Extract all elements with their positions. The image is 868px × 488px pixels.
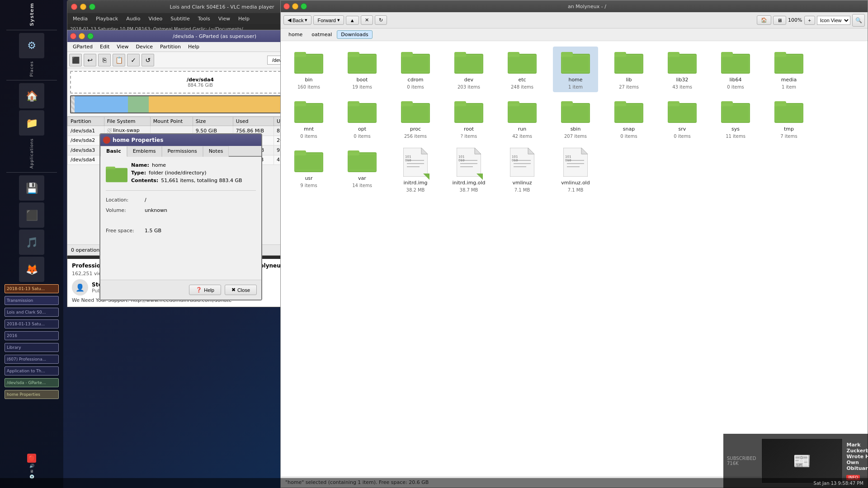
taskbar-entry-2018[interactable]: 2018-01-13 Satu... (5, 319, 59, 328)
taskbar-icon-terminal[interactable]: ⬛ (19, 202, 44, 228)
taskbar-icon-settings[interactable]: ⚙ (19, 33, 44, 58)
gparted-tool-new[interactable]: ⬛ (69, 54, 82, 66)
gparted-min-btn[interactable] (79, 33, 85, 39)
fm-item-media[interactable]: media 1 item (766, 47, 811, 92)
vlc-menu-tools[interactable]: Tools (194, 15, 214, 23)
fm-icon-grid: bin 160 items boot 19 items (286, 47, 862, 195)
fm-home-icon-btn[interactable]: 🏠 (757, 15, 771, 25)
taskbar-entry-gparted[interactable]: /dev/sda - GParte... (5, 378, 59, 387)
gparted-menu-help[interactable]: Help (184, 43, 203, 51)
fm-item-snap[interactable]: snap 0 items (606, 96, 651, 141)
fm-item-cdrom[interactable]: cdrom 0 items (393, 47, 438, 92)
gparted-menu-gparted[interactable]: GParted (69, 43, 96, 51)
fm-bread-home[interactable]: home (284, 30, 307, 39)
fm-item-var[interactable]: var 14 items (340, 145, 385, 195)
fm-item-initrd.img.old[interactable]: 101 010 initrd.img.old 38.7 MB (446, 145, 491, 195)
taskbar-entry-application[interactable]: Application to Th... (5, 366, 59, 375)
fm-view-select[interactable]: Icon View (817, 16, 850, 25)
taskbar-entry-lois[interactable]: Lois and Clark S0... (5, 308, 59, 317)
fm-item-etc[interactable]: etc 248 items (500, 47, 545, 92)
fm-min-btn[interactable] (292, 3, 298, 9)
fm-item-lib64[interactable]: lib64 0 items (713, 47, 758, 92)
vlc-close-btn[interactable] (71, 4, 77, 10)
taskbar-entry-transmission[interactable]: Transmission (5, 296, 59, 305)
fm-close-btn[interactable] (283, 3, 290, 9)
props-help-btn[interactable]: ❓ Help (189, 285, 221, 295)
gparted-menu-device[interactable]: Device (132, 43, 156, 51)
taskbar-icon-vlc[interactable]: 🎵 (19, 230, 44, 255)
fm-zoom-in-btn[interactable]: + (804, 16, 815, 25)
props-tab-permissions[interactable]: Permissions (162, 146, 203, 157)
fm-item-proc[interactable]: proc 256 items (393, 96, 438, 141)
taskbar-icon-firefox[interactable]: 🦊 (19, 257, 44, 282)
taskbar-icon-home[interactable]: 🏠 (19, 83, 44, 108)
taskbar-entry-607[interactable]: (607) Professiona... (5, 355, 59, 364)
gparted-menu-edit[interactable]: Edit (96, 43, 113, 51)
taskbar-entry-library[interactable]: Library (5, 343, 59, 352)
notify-thumbnail[interactable]: 📰 (761, 438, 843, 483)
gparted-tool-apply[interactable]: ✓ (127, 54, 140, 66)
item-name: vmlinuz (512, 180, 532, 186)
fm-item-srv[interactable]: srv 0 items (660, 96, 705, 141)
gparted-close-btn[interactable] (70, 33, 76, 39)
fm-max-btn[interactable] (301, 3, 307, 9)
fm-item-home[interactable]: home 1 item (553, 47, 598, 92)
fm-item-dev[interactable]: dev 203 items (446, 47, 491, 92)
vlc-menu-audio[interactable]: Audio (123, 15, 144, 23)
fm-reload-btn[interactable]: ↻ (375, 15, 387, 25)
gparted-tool-revert[interactable]: ↺ (142, 54, 154, 66)
taskbar-entry-homeprops[interactable]: home Properties (5, 390, 59, 399)
fm-item-vmlinuz[interactable]: 101 010 vmlinuz 7.1 MB (500, 145, 545, 195)
vlc-menu-video[interactable]: Video (145, 15, 166, 23)
fm-item-opt[interactable]: opt 0 items (340, 96, 385, 141)
taskbar-entry-2016[interactable]: 2016 (5, 331, 59, 340)
gparted-tool-paste[interactable]: 📋 (113, 54, 125, 66)
vlc-max-btn[interactable] (89, 4, 95, 10)
fm-computer-btn[interactable]: 🖥 (773, 16, 786, 25)
fm-item-mnt[interactable]: mnt 0 items (286, 96, 331, 141)
props-tab-emblems[interactable]: Emblems (127, 146, 162, 157)
fm-item-bin[interactable]: bin 160 items (286, 47, 331, 92)
fm-item-vmlinuz.old[interactable]: 101 010 vmlinuz.old 7.1 MB (553, 145, 598, 195)
props-close-btn[interactable]: ✖ Close (225, 285, 257, 295)
fm-bread-downloads[interactable]: Downloads (337, 30, 372, 39)
props-tab-basic[interactable]: Basic (100, 146, 127, 157)
fm-item-boot[interactable]: boot 19 items (340, 47, 385, 92)
fm-back-btn[interactable]: ◀ Back ▾ (283, 15, 311, 25)
vlc-min-btn[interactable] (80, 4, 86, 10)
vlc-menu-subtitle[interactable]: Subtitle (167, 15, 193, 23)
fm-item-lib[interactable]: lib 27 items (606, 47, 651, 92)
props-name-label: Name: (131, 162, 149, 168)
props-freespace-label: Free space: (106, 228, 142, 234)
gparted-menu-partition[interactable]: Partition (156, 43, 184, 51)
fm-item-usr[interactable]: usr 9 items (286, 145, 331, 195)
taskbar-icon-gparted[interactable]: 💾 (19, 175, 44, 201)
gparted-tool-copy[interactable]: ⎘ (98, 54, 111, 66)
gparted-seg-swap (71, 96, 75, 113)
props-tab-notes[interactable]: Notes (203, 146, 229, 157)
taskbar-entry-vlc[interactable]: 2018-01-13 Satu... (5, 284, 59, 293)
gparted-max-btn[interactable] (87, 33, 94, 39)
fm-item-run[interactable]: run 42 items (500, 96, 545, 141)
fm-search-btn[interactable]: 🔍 (852, 14, 865, 27)
props-close-circle[interactable] (103, 136, 110, 144)
fm-item-root[interactable]: root ? items (446, 96, 491, 141)
vlc-menu-playback[interactable]: Playback (92, 15, 122, 23)
taskbar-icon-file[interactable]: 📁 (19, 110, 44, 136)
fm-item-lib32[interactable]: lib32 43 items (660, 47, 705, 92)
fm-up-btn[interactable]: ▲ (346, 16, 359, 25)
fm-item-initrd.img[interactable]: 101 010 initrd.img 38.2 MB (393, 145, 438, 195)
fm-forward-btn[interactable]: Forward ▾ (313, 15, 344, 25)
fm-item-sbin[interactable]: sbin 207 items (553, 96, 598, 141)
gparted-tool-undo[interactable]: ↩ (84, 54, 96, 66)
item-count: 27 items (619, 84, 639, 89)
fm-item-sys[interactable]: sys 11 items (713, 96, 758, 141)
vlc-menu-media[interactable]: Media (69, 15, 91, 23)
fm-item-tmp[interactable]: tmp 7 items (766, 96, 811, 141)
fm-bread-oatmeal[interactable]: oatmeal (307, 30, 336, 39)
fm-stop-btn[interactable]: ✕ (361, 15, 373, 25)
vlc-menu-help[interactable]: Help (235, 15, 253, 23)
tray-icon-red[interactable]: 🔴 (27, 454, 36, 463)
gparted-menu-view[interactable]: View (113, 43, 132, 51)
vlc-menu-view[interactable]: View (215, 15, 234, 23)
